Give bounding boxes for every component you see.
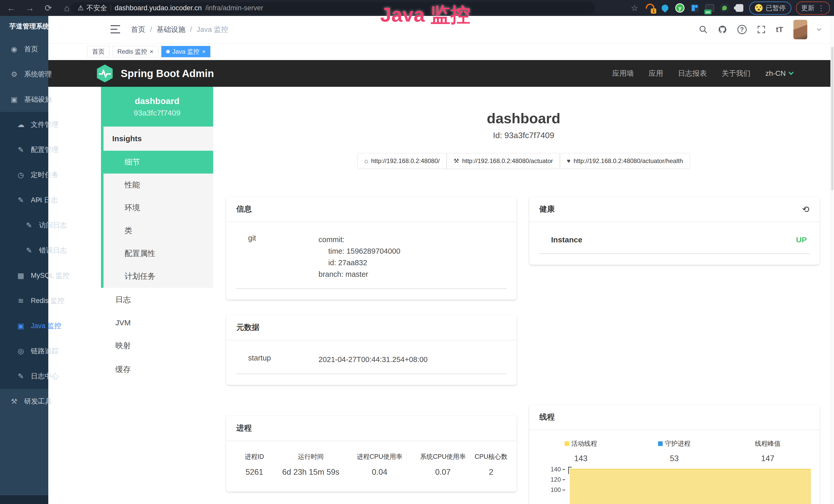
sba-item-mappings[interactable]: 映射 [101, 334, 213, 358]
service-url: http://192.168.0.2:48080/ [371, 157, 440, 165]
sidebar-item-log-center[interactable]: ✎ 日志中心 [0, 364, 48, 389]
sba-item-caches[interactable]: 缓存 [101, 358, 213, 382]
sidebar-item-dev-tools[interactable]: ⚒ 研发工具 [0, 389, 48, 414]
breadcrumb-separator: / [190, 25, 192, 33]
sba-nav-applications[interactable]: 应用 [649, 69, 663, 78]
breadcrumb-home[interactable]: 首页 [131, 25, 146, 35]
actuator-url-button[interactable]: ⚒ http://192.168.0.2:48080/actuator [447, 153, 560, 169]
back-icon[interactable]: ← [6, 3, 17, 13]
avatar-caret-icon[interactable] [817, 27, 821, 31]
sidebar-item-infrastructure[interactable]: ▣ 基础设施 [0, 87, 48, 112]
sba-item-details[interactable]: 细节 [104, 151, 213, 174]
close-icon[interactable]: × [150, 48, 153, 55]
breadcrumb-infrastructure[interactable]: 基础设施 [157, 25, 185, 35]
git-id-line: id: 27aa832 [319, 257, 400, 269]
extension-drop-icon[interactable] [660, 3, 670, 13]
sidebar-item-access-log[interactable]: ✎ 访问日志 [0, 212, 48, 238]
sidebar-item-tracing[interactable]: ◎ 链路追踪 [0, 338, 48, 364]
sidebar-item-label: 定时任务 [31, 170, 59, 180]
sidebar-item-redis-monitor[interactable]: ≋ Redis 监控 [0, 288, 48, 313]
legend-daemon-threads: 守护进程 53 [628, 439, 721, 463]
extension-refresh-icon[interactable]: 1 [645, 3, 655, 13]
sidebar-item-error-log[interactable]: ✎ 错误日志 [0, 238, 48, 263]
sidebar-item-mysql-monitor[interactable]: ▦ MySQL 监控 [0, 263, 48, 288]
stack-icon: ≋ [17, 297, 25, 305]
not-secure-label: 不安全 [86, 3, 107, 13]
sidebar-collapse-bar[interactable] [0, 495, 48, 504]
process-card: 进程 进程ID 运行时间 进程CPU使用率 系统CPU使用率 CPU核心数 [226, 416, 517, 492]
extension-leaf-icon[interactable] [720, 3, 730, 13]
sba-nav-about[interactable]: 关于我们 [722, 69, 750, 78]
browser-menu-icon[interactable]: ⋮ [817, 4, 825, 12]
info-key: git [236, 234, 319, 280]
y-tick-label: 140 [550, 466, 561, 473]
sidebar-item-home[interactable]: ◉ 首页 [0, 37, 48, 62]
column-header: 进程CPU使用率 [347, 452, 413, 461]
hamburger-icon[interactable] [110, 25, 120, 33]
not-secure-warning[interactable]: ⚠ 不安全 [78, 3, 107, 13]
help-icon[interactable]: ? [738, 25, 747, 34]
tools-icon: ⚒ [10, 397, 19, 406]
extension-grid-icon[interactable] [690, 3, 700, 13]
sidebar-item-config-mgmt[interactable]: ✎ 配置管理 [0, 137, 48, 162]
forward-icon[interactable]: → [24, 3, 36, 13]
sba-navbar: Spring Boot Admin 应用墙 应用 日志报表 关于我们 zh-CN [48, 60, 834, 87]
github-icon[interactable] [718, 25, 727, 34]
user-avatar[interactable] [793, 20, 807, 39]
sba-app-name: dashboard [135, 96, 179, 106]
page-scrollbar[interactable] [830, 16, 834, 504]
extension-puzzle-icon[interactable] [734, 3, 745, 13]
legend-swatch-blue [658, 441, 663, 446]
sba-item-scheduled-tasks[interactable]: 计划任务 [104, 265, 213, 288]
fullscreen-icon[interactable] [757, 25, 766, 34]
close-icon[interactable]: × [202, 48, 205, 55]
language-selector[interactable]: zh-CN [765, 69, 793, 77]
actuator-url: http://192.168.0.2:48080/actuator [462, 157, 553, 165]
health-url-button[interactable]: ♥ http://192.168.0.2:48080/actuator/heal… [560, 153, 690, 169]
url-path: /infra/admin-server [205, 4, 263, 12]
gear-icon: ⚙ [10, 70, 19, 78]
brand: 芋道管理系统 [0, 16, 48, 37]
sba-item-jvm[interactable]: JVM [101, 312, 213, 334]
sba-nav-wallboard[interactable]: 应用墙 [612, 69, 634, 78]
instance-label: Instance [551, 235, 583, 244]
update-button[interactable]: 更新 ⋮ [796, 2, 830, 15]
active-dot-icon [166, 50, 170, 53]
database-icon: ▦ [17, 271, 25, 280]
heart-icon: ♥ [567, 157, 570, 165]
instance-id: Id: 93a3fc7f7409 [213, 131, 834, 140]
sba-item-metrics[interactable]: 性能 [104, 174, 213, 197]
service-url-button[interactable]: ⌂ http://192.168.0.2:48080/ [357, 153, 446, 169]
sidebar-item-file-mgmt[interactable]: ☁ 文件管理 [0, 112, 48, 137]
sidebar-item-system-mgmt[interactable]: ⚙ 系统管理 [0, 62, 48, 87]
info-card-title: 信息 [236, 204, 252, 214]
sidebar-item-api-log[interactable]: ✎ API 日志 [0, 187, 48, 212]
tab-java-monitor[interactable]: Java 监控 × [161, 46, 211, 57]
tab-home[interactable]: 首页 [87, 46, 109, 57]
sba-nav-journal[interactable]: 日志报表 [678, 69, 707, 78]
sidebar-item-label: 访问日志 [39, 221, 67, 230]
extension-y-icon[interactable]: y [675, 3, 685, 13]
font-size-icon[interactable]: tT [776, 25, 783, 34]
sba-item-environment[interactable]: 环境 [104, 197, 213, 219]
health-card: 健康 ⟲ Instance UP [529, 197, 820, 265]
sba-item-logs[interactable]: 日志 [101, 288, 213, 312]
sba-item-classes[interactable]: 类 [104, 219, 213, 242]
search-icon[interactable] [699, 25, 708, 34]
history-icon[interactable]: ⟲ [802, 204, 810, 214]
table-row: startup 2021-04-27T00:44:31.254+08:00 [236, 354, 506, 374]
scrollbar-thumb[interactable] [831, 47, 833, 190]
annotation-overlay: Java 监控 [380, 2, 470, 28]
address-bar[interactable]: ⚠ 不安全 dashboard.yudao.iocoder.cn/infra/a… [71, 2, 595, 14]
reload-icon[interactable]: ⟳ [43, 3, 54, 13]
paused-pill[interactable]: 已暂停 [749, 2, 791, 15]
bookmark-star-icon[interactable]: ☆ [631, 3, 638, 13]
sidebar-item-scheduled-jobs[interactable]: ◷ 定时任务 [0, 162, 48, 187]
tab-redis-monitor[interactable]: Redis 监控 × [112, 46, 158, 57]
sidebar-item-java-monitor[interactable]: ▣ Java 监控 [0, 313, 48, 338]
legend-label: 守护进程 [665, 439, 690, 448]
brand-name: 芋道管理系统 [9, 22, 49, 31]
git-branch-line: branch: master [319, 269, 400, 280]
sba-item-config-props[interactable]: 配置属性 [104, 242, 213, 265]
extension-on-icon[interactable]: on [705, 3, 715, 13]
